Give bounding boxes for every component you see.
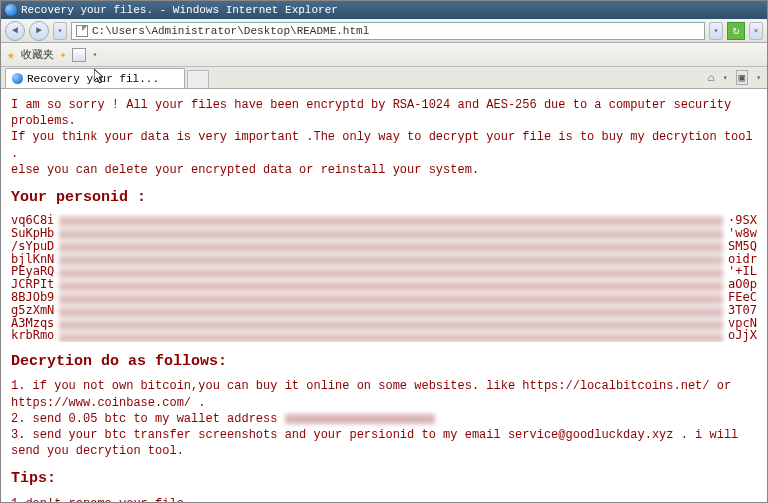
stop-button[interactable]: ✕ xyxy=(749,22,763,40)
window-title: Recovery your files. - Windows Internet … xyxy=(21,1,338,19)
step-line: 2. send 0.05 btc to my wallet address xyxy=(11,411,757,427)
tab-label: Recovery your fil... xyxy=(27,73,159,85)
step-line: 1. if you not own bitcoin,you can buy it… xyxy=(11,378,757,410)
nav-dropdown[interactable]: ▾ xyxy=(53,22,67,40)
tips-heading: Tips: xyxy=(11,469,757,489)
intro-line: I am so sorry ! All your files have been… xyxy=(11,97,757,129)
step-line: 3. send your btc transfer screenshots an… xyxy=(11,427,757,459)
tools-dropdown-icon[interactable]: ▾ xyxy=(723,73,728,82)
favorites-item-icon[interactable] xyxy=(72,48,86,62)
decrypt-heading: Decrytion do as follows: xyxy=(11,352,757,372)
home-icon[interactable]: ⌂ xyxy=(708,72,715,84)
favorites-add-icon[interactable]: ✦ xyxy=(60,48,67,61)
feed-icon[interactable]: ▣ xyxy=(736,70,749,85)
page-icon xyxy=(76,25,88,37)
personid-block: vq6C8i·9SX SuKpHb'w8w /sYpuDSM5Q bjlKnNo… xyxy=(11,214,757,342)
addr-dropdown[interactable]: ▾ xyxy=(709,22,723,40)
tools-dropdown-icon[interactable]: ▾ xyxy=(756,73,761,82)
favorites-label[interactable]: 收藏夹 xyxy=(21,47,54,62)
address-toolbar: ◄ ► ▾ C:\Users\Administrator\Desktop\REA… xyxy=(1,19,767,43)
new-tab-button[interactable] xyxy=(187,70,209,88)
page-content: I am so sorry ! All your files have been… xyxy=(1,89,767,503)
blurred-region xyxy=(285,414,435,424)
refresh-button[interactable]: ↻ xyxy=(727,22,745,40)
ie-icon xyxy=(12,73,23,84)
favorites-bar: ★ 收藏夹 ✦ ▾ xyxy=(1,43,767,67)
forward-button[interactable]: ► xyxy=(29,21,49,41)
intro-line: else you can delete your encrypted data … xyxy=(11,162,757,178)
intro-line: If you think your data is very important… xyxy=(11,129,757,161)
blurred-region xyxy=(59,214,723,342)
ie-icon xyxy=(5,4,17,16)
tip-line: 1.don't rename your file xyxy=(11,496,757,503)
address-field[interactable]: C:\Users\Administrator\Desktop\README.ht… xyxy=(71,22,705,40)
tab-active[interactable]: Recovery your fil... xyxy=(5,68,185,88)
back-button[interactable]: ◄ xyxy=(5,21,25,41)
tab-bar: Recovery your fil... ⌂ ▾ ▣ ▾ xyxy=(1,67,767,89)
window-titlebar: Recovery your files. - Windows Internet … xyxy=(1,1,767,19)
favorites-dropdown-icon[interactable]: ▾ xyxy=(92,50,97,59)
address-url: C:\Users\Administrator\Desktop\README.ht… xyxy=(92,25,369,37)
favorites-star-icon[interactable]: ★ xyxy=(7,47,15,63)
personid-heading: Your personid : xyxy=(11,188,757,208)
page-tools: ⌂ ▾ ▣ ▾ xyxy=(708,70,761,85)
